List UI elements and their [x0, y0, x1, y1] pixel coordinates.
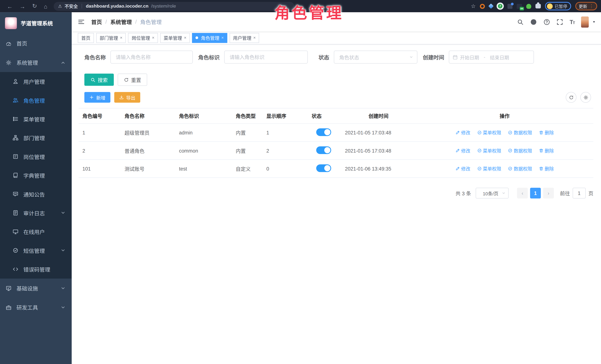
sidebar-item-label: 基础设施	[17, 284, 38, 292]
tab-home[interactable]: 首页	[78, 33, 94, 43]
avatar-caret-icon[interactable]: ▾	[593, 20, 595, 24]
status-toggle[interactable]	[316, 146, 331, 154]
profile-paused-chip[interactable]: 已暂停	[545, 2, 571, 10]
add-button[interactable]: 新增	[84, 92, 110, 103]
sidebar-item-users[interactable]: 用户管理	[0, 72, 72, 91]
browser-home-button[interactable]: ⌂	[44, 3, 47, 10]
font-size-icon[interactable]: TT	[570, 19, 575, 25]
browser-reload-button[interactable]: ↻	[32, 3, 37, 10]
extension-icon-grid[interactable]	[508, 4, 512, 9]
menu-permission-button[interactable]: 菜单权限	[477, 147, 501, 154]
sidebar-collapse-button[interactable]	[78, 18, 85, 25]
date-range-picker[interactable]: 开始日期 - 结束日期	[449, 50, 534, 63]
avatar[interactable]	[581, 16, 589, 27]
sidebar-item-notices[interactable]: 通知公告	[0, 185, 72, 203]
delete-button[interactable]: 删除	[539, 147, 554, 154]
sidebar-item-label: 用户管理	[23, 78, 45, 85]
sidebar-item-dev-tools[interactable]: 研发工具	[0, 298, 72, 317]
breadcrumb-home[interactable]: 首页	[91, 18, 102, 26]
start-date-placeholder[interactable]: 开始日期	[460, 53, 479, 61]
extension-icon-dark[interactable]: on	[517, 4, 522, 9]
tab-close-icon[interactable]: ×	[253, 36, 256, 40]
column-settings-button[interactable]	[580, 92, 591, 103]
sidebar-item-infrastructure[interactable]: 基础设施	[0, 279, 72, 298]
sidebar-item-error-codes[interactable]: 错误码管理	[0, 260, 72, 278]
sidebar-item-roles[interactable]: 角色管理	[0, 91, 72, 109]
sidebar-item-sms[interactable]: 短信管理	[0, 241, 72, 260]
bookmark-star-icon[interactable]: ☆	[471, 3, 476, 9]
status-toggle[interactable]	[316, 164, 331, 172]
tab-posts[interactable]: 岗位管理×	[128, 33, 158, 43]
edit-button[interactable]: 修改	[455, 165, 471, 172]
sidebar-item-departments[interactable]: 部门管理	[0, 128, 72, 147]
tab-menus[interactable]: 菜单管理×	[160, 33, 190, 43]
tab-roles-active[interactable]: 角色管理×	[192, 33, 227, 43]
sidebar-item-posts[interactable]: 岗位管理	[0, 147, 72, 166]
search-icon[interactable]	[517, 19, 524, 25]
chevron-down-icon	[60, 210, 66, 216]
tab-close-icon[interactable]: ×	[120, 36, 122, 40]
sidebar-item-label: 岗位管理	[23, 153, 45, 160]
table-header-row: 角色编号 角色名称 角色标识 角色类型 显示顺序 状态 创建时间 操作	[79, 108, 593, 124]
create-time-label: 创建时间	[423, 53, 444, 61]
col-role-name: 角色名称	[121, 108, 175, 124]
sidebar-item-dictionary[interactable]: 字典管理	[0, 166, 72, 185]
page-content: 角色名称 角色标识 状态 角色状态	[72, 44, 601, 364]
update-button[interactable]: 更新 ⋮	[575, 2, 597, 10]
sidebar-item-system[interactable]: 系统管理	[0, 53, 72, 72]
extension-icon-green-badge[interactable]: 7	[497, 3, 503, 9]
role-key-input[interactable]	[224, 50, 308, 63]
fullscreen-icon[interactable]	[557, 19, 563, 25]
col-role-key: 角色标识	[175, 108, 232, 124]
search-button[interactable]: 搜索	[84, 73, 114, 86]
prev-page-button[interactable]: ‹	[517, 188, 528, 198]
sidebar-item-online-users[interactable]: 在线用户	[0, 222, 72, 241]
menu-permission-button[interactable]: 菜单权限	[477, 129, 501, 136]
browser-back-button[interactable]: ←	[7, 3, 13, 10]
circle-check-icon	[477, 166, 482, 171]
delete-button[interactable]: 删除	[539, 165, 554, 172]
end-date-placeholder[interactable]: 结束日期	[490, 53, 509, 61]
sidebar-item-menus[interactable]: 菜单管理	[0, 110, 72, 128]
address-bar[interactable]: ⚠ 不安全 dashboard.yudao.iocoder.cn /system…	[53, 2, 294, 10]
breadcrumb-system[interactable]: 系统管理	[110, 18, 132, 26]
sidebar-item-label: 研发工具	[17, 304, 38, 311]
goto-page-input[interactable]	[573, 188, 586, 198]
sidebar-item-audit-log[interactable]: 审计日志	[0, 204, 72, 222]
tab-close-icon[interactable]: ×	[152, 36, 154, 40]
tab-close-icon[interactable]: ×	[184, 36, 186, 40]
circle-check-icon	[508, 130, 513, 135]
extension-icon-alien[interactable]	[526, 4, 531, 9]
data-permission-button[interactable]: 数据权限	[508, 129, 532, 136]
help-icon[interactable]	[544, 19, 550, 25]
tab-close-icon[interactable]: ×	[221, 36, 224, 40]
tab-departments[interactable]: 部门管理×	[96, 33, 126, 43]
sidebar-item-label: 审计日志	[23, 209, 45, 217]
extensions-puzzle-icon[interactable]	[535, 4, 541, 9]
sidebar-item-home[interactable]: 首页	[0, 34, 72, 53]
status-select[interactable]: 角色状态	[334, 50, 418, 63]
sidebar-logo[interactable]: 芋道管理系统	[0, 12, 72, 34]
cell-actions: 修改 菜单权限 数据权限 删除	[416, 160, 593, 177]
menu-permission-button[interactable]: 菜单权限	[477, 165, 501, 172]
refresh-table-button[interactable]	[566, 92, 577, 103]
log-document-icon	[13, 210, 18, 216]
delete-button[interactable]: 删除	[539, 129, 554, 136]
data-permission-button[interactable]: 数据权限	[508, 147, 532, 154]
page-size-select[interactable]: 10条/页	[476, 188, 509, 198]
page-number-1[interactable]: 1	[530, 188, 541, 198]
extension-icon-orange-ring[interactable]	[480, 4, 485, 9]
chevron-down-icon	[502, 191, 506, 195]
data-permission-button[interactable]: 数据权限	[508, 165, 532, 172]
browser-forward-button[interactable]: →	[20, 3, 25, 10]
extension-icon-blue-gem[interactable]	[488, 3, 494, 9]
tab-users[interactable]: 用户管理×	[230, 33, 259, 43]
reset-button[interactable]: 重置	[118, 73, 147, 86]
export-button[interactable]: 导出	[114, 92, 140, 103]
edit-button[interactable]: 修改	[455, 147, 471, 154]
role-name-input[interactable]	[110, 50, 193, 63]
status-toggle[interactable]	[316, 128, 331, 136]
github-icon[interactable]	[530, 18, 537, 25]
edit-button[interactable]: 修改	[455, 129, 471, 136]
next-page-button[interactable]: ›	[543, 188, 554, 198]
